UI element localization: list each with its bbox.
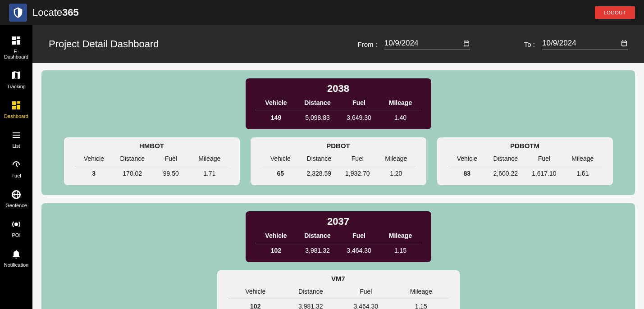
map-icon	[11, 70, 22, 81]
mileage-value: 1.40	[380, 114, 421, 121]
col-header: Fuel	[338, 232, 380, 239]
vehicle-value: 83	[448, 170, 487, 177]
mileage-value: 1.61	[563, 170, 602, 177]
col-header: Fuel	[338, 155, 377, 162]
sidebar-item-label: Geofence	[5, 203, 27, 208]
sidebar-item-poi[interactable]: POI	[0, 214, 32, 242]
col-header: Mileage	[563, 155, 602, 162]
project-summary-card: 2037 VehicleDistanceFuelMileage 102 3,98…	[246, 211, 431, 262]
distance-value: 2,328.59	[300, 170, 338, 177]
globe-icon	[11, 189, 22, 200]
col-header: Mileage	[380, 99, 421, 106]
from-label: From :	[357, 41, 377, 48]
fuel-value: 99.50	[152, 170, 191, 177]
sidebar-item-geofence[interactable]: Geofence	[0, 185, 32, 213]
sidebar-item-label: E-Dashboard	[2, 49, 31, 59]
project-name: 2038	[256, 83, 421, 95]
from-date-group: From : 10/9/2024	[357, 39, 470, 50]
fuel-value: 3,464.30	[338, 247, 380, 254]
to-date-group: To : 10/9/2024	[524, 39, 628, 50]
col-header: Distance	[113, 155, 152, 162]
page-title: Project Detail Dashboard	[49, 38, 339, 50]
col-header: Fuel	[338, 99, 380, 106]
header-bar: Project Detail Dashboard From : 10/9/202…	[32, 25, 644, 63]
sidebar-item-fuel[interactable]: Fuel	[0, 155, 32, 183]
logout-button[interactable]: LOGOUT	[595, 6, 635, 19]
brand-title: Locate365	[32, 7, 79, 18]
vehicle-value: 65	[261, 170, 300, 177]
col-header: Mileage	[377, 155, 416, 162]
project-name: 2037	[256, 216, 421, 227]
vehicle-value: 149	[256, 114, 297, 121]
project-summary-card: 2038 VehicleDistanceFuelMileage 149 5,09…	[246, 78, 431, 129]
broadcast-icon	[11, 219, 22, 230]
dash-icon	[11, 35, 22, 46]
col-header: Vehicle	[256, 99, 297, 106]
col-header: Distance	[486, 155, 525, 162]
sub-name: PDBOTM	[448, 142, 602, 150]
sub-row: HMBOT VehicleDistanceFuelMileage 3 170.0…	[54, 137, 622, 185]
sidebar-item-tracking[interactable]: Tracking	[0, 66, 32, 94]
sub-name: HMBOT	[75, 142, 229, 150]
calendar-icon[interactable]	[463, 40, 470, 47]
logo-badge	[9, 4, 27, 22]
calendar-icon[interactable]	[621, 40, 628, 47]
project-panel: 2038 VehicleDistanceFuelMileage 149 5,09…	[41, 70, 635, 195]
sidebar-item-label: POI	[12, 232, 21, 238]
mileage-value: 1.15	[380, 247, 421, 254]
to-date-field[interactable]: 10/9/2024	[542, 39, 628, 50]
col-header: Distance	[283, 288, 338, 295]
sub-name: PDBOT	[261, 142, 416, 150]
sub-card: VM7 VehicleDistanceFuelMileage 102 3,981…	[217, 270, 460, 309]
shield-icon	[12, 6, 24, 19]
sub-card: HMBOT VehicleDistanceFuelMileage 3 170.0…	[64, 137, 240, 185]
col-header: Vehicle	[448, 155, 487, 162]
col-header: Vehicle	[256, 232, 297, 239]
distance-value: 5,098.83	[297, 114, 338, 121]
distance-value: 170.02	[113, 170, 152, 177]
col-header: Fuel	[525, 155, 564, 162]
sub-card: PDBOT VehicleDistanceFuelMileage 65 2,32…	[251, 137, 426, 185]
from-date-value: 10/9/2024	[384, 39, 419, 48]
from-date-field[interactable]: 10/9/2024	[384, 39, 470, 50]
sidebar-item-notification[interactable]: Notification	[0, 244, 32, 272]
gauge-icon	[11, 159, 22, 170]
dash-icon	[11, 100, 22, 111]
distance-value: 3,981.32	[283, 303, 338, 309]
sidebar: E-DashboardTrackingDashboardListFuelGeof…	[0, 25, 32, 309]
sidebar-item-e-dashboard[interactable]: E-Dashboard	[0, 31, 32, 64]
project-panel: 2037 VehicleDistanceFuelMileage 102 3,98…	[41, 203, 635, 309]
sub-card: PDBOTM VehicleDistanceFuelMileage 83 2,6…	[437, 137, 613, 185]
sub-row: VM7 VehicleDistanceFuelMileage 102 3,981…	[54, 270, 622, 309]
fuel-value: 1,932.70	[338, 170, 377, 177]
vehicle-value: 102	[256, 247, 297, 254]
sidebar-item-dashboard[interactable]: Dashboard	[0, 95, 32, 123]
col-header: Distance	[297, 232, 338, 239]
sidebar-item-label: Fuel	[11, 173, 21, 178]
vehicle-value: 3	[75, 170, 114, 177]
fuel-value: 3,649.30	[338, 114, 380, 121]
to-label: To :	[524, 41, 535, 48]
sub-name: VM7	[228, 275, 449, 282]
fuel-value: 1,617.10	[525, 170, 564, 177]
col-header: Vehicle	[261, 155, 300, 162]
mileage-value: 1.20	[377, 170, 416, 177]
main: Project Detail Dashboard From : 10/9/202…	[32, 25, 644, 309]
col-header: Mileage	[190, 155, 229, 162]
col-header: Mileage	[380, 232, 421, 239]
sidebar-item-label: Dashboard	[4, 114, 28, 119]
sidebar-item-label: Notification	[4, 262, 28, 268]
content[interactable]: 2038 VehicleDistanceFuelMileage 149 5,09…	[32, 63, 644, 309]
mileage-value: 1.71	[190, 170, 229, 177]
sidebar-item-list[interactable]: List	[0, 125, 32, 153]
col-header: Vehicle	[228, 288, 283, 295]
topbar-left: Locate365	[9, 4, 79, 22]
to-date-value: 10/9/2024	[542, 39, 576, 48]
sidebar-item-label: Tracking	[7, 84, 26, 89]
col-header: Distance	[297, 99, 338, 106]
topbar: Locate365 LOGOUT	[0, 0, 644, 25]
col-header: Fuel	[338, 288, 394, 295]
mileage-value: 1.15	[393, 303, 449, 309]
col-header: Fuel	[152, 155, 191, 162]
distance-value: 3,981.32	[297, 247, 338, 254]
